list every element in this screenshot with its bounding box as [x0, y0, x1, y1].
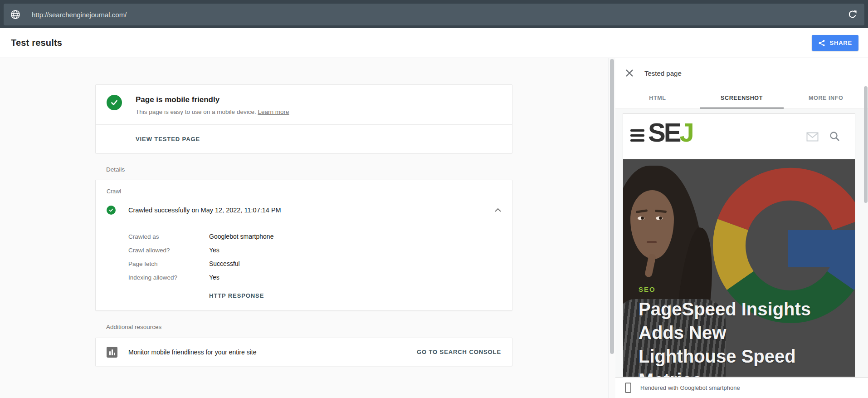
- detail-value: Successful: [209, 260, 240, 267]
- screenshot-viewport: SEJ: [615, 109, 868, 377]
- results-scrollbar[interactable]: [609, 58, 615, 398]
- mail-icon: [806, 132, 819, 142]
- crawl-status-row[interactable]: Crawled successfully on May 12, 2022, 11…: [96, 195, 512, 223]
- additional-resources-label: Additional resources: [106, 324, 512, 330]
- detail-value: Yes: [209, 246, 219, 254]
- sej-site-header: SEJ: [623, 114, 855, 159]
- url-input[interactable]: [31, 10, 847, 19]
- search-icon: [829, 131, 840, 142]
- result-card: Page is mobile friendly This page is eas…: [95, 84, 512, 153]
- tab-html[interactable]: HTML: [615, 88, 700, 108]
- details-section-label: Details: [106, 166, 512, 173]
- panel-scrollbar-thumb[interactable]: [864, 86, 868, 203]
- detail-label: Indexing allowed?: [128, 274, 209, 281]
- go-to-search-console-button[interactable]: GO TO SEARCH CONSOLE: [417, 349, 501, 355]
- sej-logo: SEJ: [648, 117, 692, 147]
- globe-icon: [10, 9, 21, 20]
- article-hero-image: SEO PageSpeed Insights Adds New Lighthou…: [623, 159, 855, 377]
- panel-tabs: HTML SCREENSHOT MORE INFO: [615, 88, 868, 109]
- share-button[interactable]: SHARE: [812, 35, 858, 51]
- panel-title: Tested page: [644, 69, 682, 77]
- close-icon[interactable]: [625, 69, 634, 77]
- detail-label: Page fetch: [128, 260, 209, 267]
- success-check-icon: [107, 95, 122, 110]
- result-title: Page is mobile friendly: [136, 95, 289, 104]
- detail-row-indexing-allowed: Indexing allowed? Yes: [128, 270, 501, 284]
- resource-card: Monitor mobile friendliness for your ent…: [95, 338, 512, 366]
- detail-label: Crawled as: [128, 233, 209, 240]
- article-category-tag: SEO: [639, 285, 811, 293]
- result-subtitle: This page is easy to use on a mobile dev…: [136, 108, 256, 115]
- view-tested-page-button[interactable]: VIEW TESTED PAGE: [136, 136, 200, 142]
- learn-more-link[interactable]: Learn more: [258, 108, 289, 115]
- detail-value: Googlebot smartphone: [209, 233, 273, 240]
- results-pane: Page is mobile friendly This page is eas…: [0, 58, 609, 398]
- browser-top-bar: [0, 0, 868, 28]
- tab-more-info[interactable]: MORE INFO: [784, 88, 868, 108]
- rendered-with-text: Rendered with Googlebot smartphone: [640, 384, 740, 391]
- screenshot-image: SEJ: [623, 113, 855, 377]
- bar-chart-icon: [107, 347, 117, 358]
- crawl-status-text: Crawled successfully on May 12, 2022, 11…: [128, 206, 495, 214]
- share-button-label: SHARE: [829, 39, 852, 46]
- crawl-card-label: Crawl: [96, 180, 512, 195]
- tested-page-panel: Tested page HTML SCREENSHOT MORE INFO SE…: [615, 58, 868, 398]
- detail-row-page-fetch: Page fetch Successful: [128, 257, 501, 270]
- detail-value: Yes: [209, 274, 219, 281]
- results-scrollbar-thumb[interactable]: [610, 59, 614, 354]
- smartphone-icon: [625, 383, 631, 393]
- detail-row-crawl-allowed: Crawl allowed? Yes: [128, 243, 501, 257]
- crawl-success-check-icon: [107, 206, 116, 215]
- article-headline: PageSpeed Insights Adds New Lighthouse S…: [639, 297, 811, 377]
- hamburger-menu-icon: [630, 129, 644, 142]
- detail-row-crawled-as: Crawled as Googlebot smartphone: [128, 230, 501, 243]
- chevron-up-icon[interactable]: [495, 208, 501, 212]
- page-header: Test results SHARE: [0, 28, 868, 58]
- tab-screenshot[interactable]: SCREENSHOT: [700, 88, 784, 108]
- body-row: Page is mobile friendly This page is eas…: [0, 58, 868, 398]
- panel-footer: Rendered with Googlebot smartphone: [615, 377, 868, 398]
- resource-text: Monitor mobile friendliness for your ent…: [128, 349, 417, 356]
- page-title: Test results: [11, 38, 62, 48]
- http-response-button[interactable]: HTTP RESPONSE: [209, 292, 264, 299]
- detail-label: Crawl allowed?: [128, 247, 209, 254]
- url-field[interactable]: [4, 4, 864, 25]
- mobile-friendly-test-app: Test results SHARE P: [0, 0, 868, 398]
- refresh-icon[interactable]: [847, 9, 858, 20]
- share-icon: [818, 39, 825, 47]
- crawl-card: Crawl Crawled successfully on May 12, 20…: [95, 180, 512, 311]
